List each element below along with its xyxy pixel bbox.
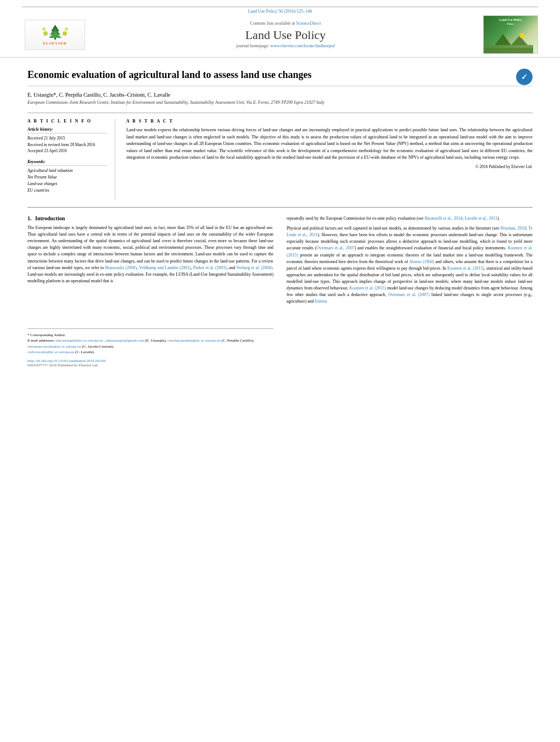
elsevier-logo-container: ELSEVIER (22, 20, 88, 50)
keyword-3: Land-use changes (27, 181, 107, 187)
link-baranzelli[interactable]: Baranzelli et al., 2014 (424, 216, 462, 221)
link-briassoulis[interactable]: Briassoulis (2000) (105, 265, 137, 270)
cover-landscape-icon (484, 31, 533, 53)
link-koomen3[interactable]: Koomen et al. (2015) (349, 286, 386, 291)
affiliation-line: European Commission–Joint Research Centr… (27, 100, 533, 105)
page: Land Use Policy 56 (2016) 125–146 (0, 0, 560, 742)
email-link-5[interactable]: carlo.lavalle@jrc.ec.europa.eu (27, 350, 74, 354)
email-link-4[interactable]: christiaan.jacobs@jrc.ec.europa.eu (27, 344, 81, 349)
crossmark-badge[interactable]: ✓ (516, 69, 533, 85)
keywords-list: Agricultural land valuation Net Present … (27, 168, 107, 194)
email-footnote-3: carlo.lavalle@jrc.ec.europa.eu (C. Laval… (27, 349, 273, 355)
received-date: Received 21 July 2015 (27, 135, 107, 141)
link-alonso[interactable]: Alonso (1964) (409, 259, 434, 264)
corresponding-author-note: * Corresponding Author. (27, 332, 273, 338)
info-abstract-section: A R T I C L E I N F O Article history: R… (27, 113, 533, 199)
journal-info-center: Contents lists available at ScienceDirec… (88, 21, 483, 48)
keyword-2: Net Present Value (27, 174, 107, 181)
lavalle-note: (C. Lavalle). (75, 350, 95, 354)
link-parker[interactable]: Parker et al. (2003) (193, 265, 227, 270)
body-left-column: 1. Introduction The European landscape i… (27, 215, 273, 367)
elsevier-logo: ELSEVIER (25, 20, 85, 50)
sciencedirect-link[interactable]: ScienceDirect (296, 21, 321, 26)
email-footnote: E-mail addresses: eda.ustaoglu@jrc.ec.eu… (27, 338, 273, 344)
header-middle: ELSEVIER Contents lists available at Sci… (22, 15, 538, 54)
meta-line: Land Use Policy 56 (2016) 125–146 (248, 9, 312, 14)
ustaoglu-note: (E. Ustaoglu), (145, 338, 167, 343)
title-section: ✓ Economic evaluation of agricultural la… (27, 69, 533, 86)
homepage-prefix: journal homepage: (237, 43, 270, 48)
article-info-column: A R T I C L E I N F O Article history: R… (27, 119, 115, 199)
right-p2a: Physical and political factors are well … (287, 226, 501, 231)
intro-right-paragraph-2: Physical and political factors are well … (287, 225, 533, 305)
homepage-url[interactable]: www.elsevier.com/locate/landusepol (270, 43, 334, 48)
authors-text: E. Ustaoglu*, C. Perpiña Castillo, C. Ja… (27, 92, 170, 98)
revised-date: Received in revised form 28 March 2016 (27, 142, 107, 148)
journal-header: Land Use Policy 56 (2016) 125–146 (0, 0, 560, 58)
sciencedirect-line: Contents lists available at ScienceDirec… (88, 21, 483, 26)
article-info-label: A R T I C L E I N F O (27, 119, 107, 124)
intro-left-paragraph: The European landscape is largely domina… (27, 225, 273, 284)
accepted-date: Accepted 23 April 2016 (27, 148, 107, 154)
link-overmars1[interactable]: Overmars et al., 2007 (316, 246, 354, 250)
svg-point-12 (519, 33, 525, 38)
article-meta-bar: Land Use Policy 56 (2016) 125–146 (22, 7, 538, 15)
email-label: E-mail addresses: (27, 338, 55, 343)
email-link-1[interactable]: eda.ustaoglu@jrc.ec.europa.eu (55, 338, 103, 343)
crossmark-icon: ✓ (516, 69, 533, 85)
cover-title: Land Use Policy Policy (499, 18, 522, 26)
svg-point-6 (42, 27, 46, 31)
keywords-section: Keywords: Agricultural land valuation Ne… (27, 159, 107, 194)
link-lavalle[interactable]: Lavalle et al., 2011 (464, 216, 497, 221)
article-history: Article history: Received 21 July 2015 R… (27, 127, 107, 154)
intro-heading: 1. Introduction (27, 215, 273, 221)
doi-url[interactable]: http://dx.doi.org/10.1016/j.landusepol.2… (27, 359, 106, 363)
link-ettema[interactable]: Ettema (315, 299, 327, 304)
right-p1-text: repeatedly used by the European Commissi… (287, 216, 424, 221)
abstract-column: A B S T R A C T Land-use models express … (126, 119, 533, 199)
link-overmars2[interactable]: Overmars et al. (2007) (388, 292, 429, 297)
link-verburg[interactable]: Verburg et al. (2004) (236, 265, 272, 270)
article-title: Economic evaluation of agricultural land… (27, 69, 533, 86)
journal-homepage: journal homepage: www.elsevier.com/locat… (88, 43, 483, 48)
doi-line[interactable]: http://dx.doi.org/10.1016/j.landusepol.2… (27, 359, 273, 363)
email-link-3[interactable]: carolina.perpina@jrc.ec.europa.eu (167, 338, 220, 343)
keyword-1: Agricultural land valuation (27, 168, 107, 174)
castillo-note: (C. Perpiña Castillo), (221, 338, 254, 343)
svg-marker-9 (495, 34, 511, 45)
contents-prefix: Contents lists available at (250, 21, 295, 26)
right-p2d: ) and enables the straightforward evalua… (355, 246, 508, 250)
elsevier-tree-icon (40, 24, 70, 40)
authors-line: E. Ustaoglu*, C. Perpiña Castillo, C. Ja… (27, 92, 533, 98)
email-footnote-2: christiaan.jacobs@jrc.ec.europa.eu (C. J… (27, 344, 273, 350)
svg-point-5 (63, 31, 67, 36)
link-koomen2[interactable]: Koomen et al. (2015) (447, 266, 484, 271)
intro-right-paragraph-1: repeatedly used by the European Commissi… (287, 215, 533, 222)
elsevier-wordmark: ELSEVIER (43, 41, 66, 46)
svg-point-4 (43, 31, 48, 36)
intro-left-p1: The European landscape is largely domina… (27, 225, 273, 270)
right-p1c: ). (497, 216, 500, 221)
article-content: ✓ Economic evaluation of agricultural la… (0, 58, 560, 378)
abstract-copyright: © 2016 Published by Elsevier Ltd. (126, 164, 533, 169)
intro-title: Introduction (35, 215, 65, 221)
history-label: Article history: (27, 127, 107, 133)
jacobs-note: (C. Jacobs-Crisioni), (82, 344, 114, 349)
svg-point-7 (65, 27, 68, 31)
issn-copyright: 0264-8377/© 2016 Published by Elsevier L… (27, 363, 273, 367)
svg-rect-11 (484, 48, 533, 53)
abstract-text: Land-use models express the relationship… (126, 127, 533, 161)
journal-cover-image: Land Use Policy Policy (483, 15, 538, 54)
link-veldkamp[interactable]: Veldkamp and Lambin (2001) (139, 265, 191, 270)
footnotes-section: * Corresponding Author. E-mail addresses… (27, 328, 273, 367)
intro-number: 1. (27, 215, 32, 221)
keywords-label: Keywords: (27, 159, 107, 166)
body-content: 1. Introduction The European landscape i… (27, 207, 533, 367)
journal-title: Land Use Policy (88, 28, 483, 42)
body-right-column: repeatedly used by the European Commissi… (287, 215, 533, 367)
email-link-2[interactable]: edaustaoglu@gmail.com (106, 338, 144, 343)
abstract-label: A B S T R A C T (126, 119, 533, 124)
link-hoyman[interactable]: Hoyman, 2010 (501, 226, 527, 231)
body-two-columns: 1. Introduction The European landscape i… (27, 215, 533, 367)
keyword-4: EU countries (27, 187, 107, 194)
